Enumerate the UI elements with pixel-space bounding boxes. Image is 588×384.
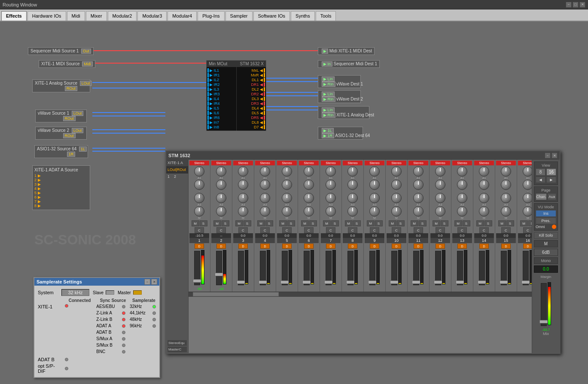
ch12-fader[interactable] [435,251,441,285]
scrollbar-thumb[interactable] [193,292,279,296]
ch3-solo[interactable]: S [244,220,251,226]
ch14-k4[interactable] [479,206,489,216]
page-chan-btn[interactable]: Chan. [536,193,547,200]
ch9-k2[interactable] [369,180,380,190]
ch15-k1[interactable] [501,166,511,177]
tab-effects[interactable]: Effects [1,11,27,21]
ch11-stereo-btn[interactable]: Stereo [408,161,428,165]
ch5-d[interactable]: D [282,244,292,249]
ch15-d[interactable]: D [501,244,511,249]
ch16-fh[interactable] [521,280,530,284]
ch16-m[interactable]: M [520,220,528,226]
mixer-scrollbar[interactable] [189,292,532,297]
ins-btn[interactable]: Ins [536,210,556,217]
tab-synths[interactable]: Synths [291,11,315,21]
ch4-fader[interactable] [260,251,266,285]
ch11-d[interactable]: D [414,244,423,249]
nav-left-btn[interactable]: ◄ [536,177,545,183]
ch9-k1[interactable] [369,166,380,177]
ch7-fader[interactable] [326,251,332,285]
ch15-k2[interactable] [501,180,511,190]
ch6-fader[interactable] [304,251,310,285]
ch15-k3[interactable] [501,193,511,203]
ch4-k4[interactable] [260,206,270,216]
ch10-k1[interactable] [391,166,402,177]
ch6-stereo-btn[interactable]: Stereo [299,161,319,165]
ch14-fader[interactable] [479,251,485,285]
ch7-fh[interactable] [324,280,333,284]
ch7-m[interactable]: M [323,220,331,226]
ch2-fader-handle[interactable] [215,273,223,276]
kill-solo-btn[interactable]: Kill Solo [534,232,558,239]
ch3-knob-m[interactable] [238,206,248,216]
ch10-c[interactable]: C [392,227,401,233]
ch12-d[interactable]: D [436,244,445,249]
ch6-m[interactable]: M [301,220,309,226]
ch11-m[interactable]: M [411,220,418,226]
ch14-stereo-btn[interactable]: Stereo [474,161,494,165]
mix-fader[interactable] [541,283,547,326]
ch9-m[interactable]: M [367,220,375,226]
ch9-c[interactable]: C [370,227,379,233]
ch15-m[interactable]: M [498,220,506,226]
ch7-c[interactable]: C [326,227,335,233]
mixer-minimize[interactable]: − [545,152,551,158]
view-8-btn[interactable]: 8 [536,168,545,176]
ch3-stereo-btn[interactable]: Stereo [233,161,253,165]
ch15-k4[interactable] [501,206,511,216]
ch16-stereo-btn[interactable]: Stereo [518,161,532,165]
ch16-s[interactable]: S [528,220,532,226]
ch6-k1[interactable] [304,166,314,177]
ch16-fader[interactable] [523,251,529,285]
ch5-k2[interactable] [282,180,292,190]
pres-btn[interactable]: Pres. [536,217,556,224]
ch6-k3[interactable] [304,193,314,203]
ch13-fader[interactable] [457,251,463,285]
ch15-s[interactable]: S [506,220,514,226]
tab-tools[interactable]: Tools [316,11,336,21]
ch8-stereo-btn[interactable]: Stereo [343,161,363,165]
tab-midi[interactable]: Midi [67,11,85,21]
ch4-c[interactable]: C [260,227,270,233]
ch13-k1[interactable] [457,166,467,177]
ch12-m[interactable]: M [433,220,440,226]
ch12-k3[interactable] [435,193,445,203]
ch4-m[interactable]: M [257,220,265,226]
ch9-stereo-btn[interactable]: Stereo [365,161,384,165]
ch2-mute-btn[interactable]: M [213,220,221,226]
ch15-c[interactable]: C [501,227,511,233]
ch7-s[interactable]: S [331,220,339,226]
ch10-k3[interactable] [391,193,402,203]
ch8-s[interactable]: S [353,220,361,226]
ch7-stereo-btn[interactable]: Stereo [321,161,341,165]
samplerate-minimize[interactable]: − [144,279,150,285]
ch5-fader[interactable] [282,251,288,285]
ch6-fh[interactable] [302,280,311,284]
ch12-fh[interactable] [434,280,442,284]
tab-modular4[interactable]: Modular4 [168,11,197,21]
ch16-d[interactable]: D [523,244,532,249]
ch15-fh[interactable] [500,280,508,284]
ch8-m[interactable]: M [345,220,353,226]
ch11-fh[interactable] [412,280,420,284]
ch5-k4[interactable] [282,206,292,216]
ch1-knob-a1[interactable] [194,166,204,177]
ch6-k4[interactable] [304,206,314,216]
ch10-stereo-btn[interactable]: Stereo [387,161,406,165]
ch3-d[interactable]: D [238,244,248,249]
ch16-k2[interactable] [523,180,532,190]
ch12-s[interactable]: S [441,220,448,226]
ch7-d[interactable]: D [326,244,335,249]
ch3-mute[interactable]: M [235,220,243,226]
ch4-k1[interactable] [260,166,270,177]
ch3-knob-a3[interactable] [238,193,248,203]
ch6-d[interactable]: D [304,244,314,249]
ch12-k1[interactable] [435,166,445,177]
ch5-s[interactable]: S [287,220,295,226]
ch2-knob-a2[interactable] [216,180,226,190]
ch2-knob-a1[interactable] [216,166,226,177]
ch1-knob-a3[interactable] [194,193,204,203]
ch12-c[interactable]: C [436,227,445,233]
ch1-d-btn[interactable]: D [195,244,204,249]
ch14-k3[interactable] [479,193,489,203]
